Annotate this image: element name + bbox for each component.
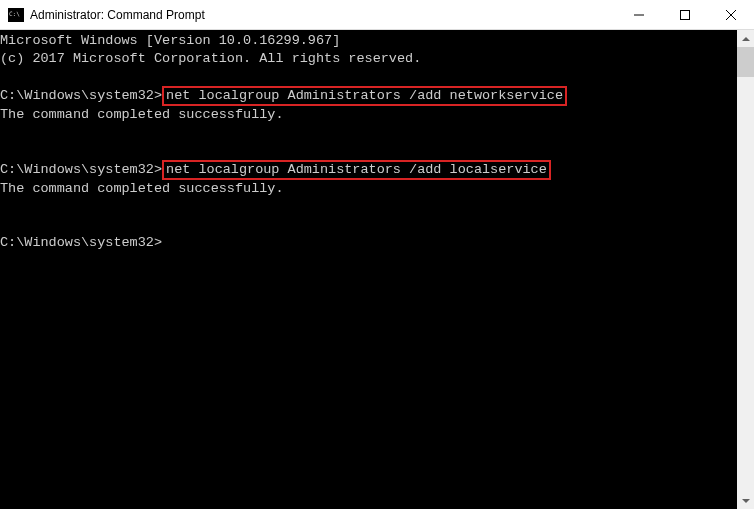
prompt-prefix: C:\Windows\system32> [0, 162, 162, 177]
scrollbar-thumb[interactable] [737, 47, 754, 77]
terminal-area: Microsoft Windows [Version 10.0.16299.96… [0, 30, 754, 509]
svg-rect-1 [681, 10, 690, 19]
scroll-up-button[interactable] [737, 30, 754, 47]
svg-marker-5 [742, 499, 750, 503]
svg-marker-4 [742, 37, 750, 41]
prompt-prefix: C:\Windows\system32> [0, 88, 162, 103]
vertical-scrollbar[interactable] [737, 30, 754, 509]
blank-line [0, 216, 737, 234]
window-controls [616, 0, 754, 29]
cmd-icon [8, 8, 24, 22]
highlighted-command-1: net localgroup Administrators /add netwo… [162, 86, 567, 106]
scrollbar-track[interactable] [737, 47, 754, 492]
command-line-1: C:\Windows\system32>net localgroup Admin… [0, 86, 737, 106]
scroll-down-button[interactable] [737, 492, 754, 509]
titlebar[interactable]: Administrator: Command Prompt [0, 0, 754, 30]
close-button[interactable] [708, 0, 754, 29]
version-line: Microsoft Windows [Version 10.0.16299.96… [0, 32, 737, 50]
minimize-button[interactable] [616, 0, 662, 29]
result-line-1: The command completed successfully. [0, 106, 737, 124]
highlighted-command-2: net localgroup Administrators /add local… [162, 160, 551, 180]
terminal-content[interactable]: Microsoft Windows [Version 10.0.16299.96… [0, 30, 737, 509]
blank-line [0, 124, 737, 142]
prompt-line-3: C:\Windows\system32> [0, 234, 737, 252]
blank-line [0, 68, 737, 86]
result-line-2: The command completed successfully. [0, 180, 737, 198]
command-line-2: C:\Windows\system32>net localgroup Admin… [0, 160, 737, 180]
maximize-button[interactable] [662, 0, 708, 29]
copyright-line: (c) 2017 Microsoft Corporation. All righ… [0, 50, 737, 68]
blank-line [0, 198, 737, 216]
command-prompt-window: Administrator: Command Prompt Microsoft … [0, 0, 754, 509]
window-title: Administrator: Command Prompt [30, 8, 616, 22]
blank-line [0, 142, 737, 160]
